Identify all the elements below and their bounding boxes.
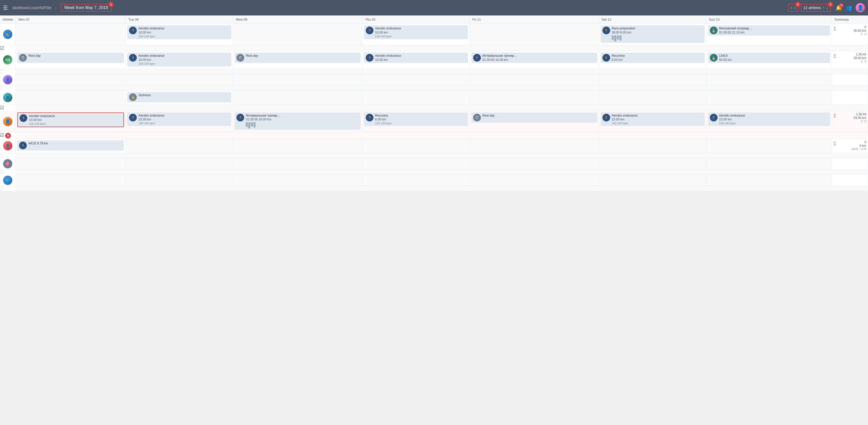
activity-content: Aerobic endurance 10.00 km 130-140 bpm xyxy=(29,114,122,125)
check-cell[interactable]: ☑ xyxy=(0,45,16,51)
uncheck-icon[interactable]: ☐ xyxy=(0,153,4,158)
day-cell[interactable]: 🗒 Rest day xyxy=(233,51,362,69)
athlete-cell: 👤 xyxy=(0,111,16,132)
day-cell[interactable]: 🏃 Aerobic endurance 15.00 km 130-140 bpm xyxy=(706,111,832,132)
day-cell[interactable]: 🏅 13414 56.00 km xyxy=(706,51,832,69)
schedule-table: Athlete Mon 07 Tue 08 Wed 09 Thu 10 Fri … xyxy=(0,16,868,191)
activity-card[interactable]: 🏃 Aerobic endurance 10.00 km 130-140 bpm xyxy=(601,112,705,126)
activity-card[interactable]: 🏃 Race preparation 36:00 6.00 km xyxy=(601,25,705,43)
check-cell[interactable]: ☑ xyxy=(0,105,16,111)
col-sat: Sat 12 xyxy=(599,16,706,24)
menu-icon[interactable]: ☰ xyxy=(3,5,8,11)
activity-card[interactable]: 🏃 Aerobic endurance 10.00 km 130-140 bpm xyxy=(127,112,231,126)
athlete-avatar[interactable]: 👤 xyxy=(3,75,12,84)
summary-top-right: 1:30:44 xyxy=(854,53,866,56)
activity-card[interactable]: 🗒 Rest day xyxy=(235,53,361,63)
athlete-avatar[interactable]: 👤 xyxy=(3,93,12,102)
day-cell[interactable]: 🏃 Интервальная трениp… 01:35:00 16.00 km xyxy=(469,51,599,69)
activity-title: Aerobic endurance xyxy=(719,114,828,118)
activity-icon: 🏃 xyxy=(129,27,137,34)
uncheck-icon[interactable]: ☐ xyxy=(0,69,4,74)
activity-dist: 10.00 km xyxy=(29,118,122,122)
check-cell[interactable]: ☐ xyxy=(0,153,16,158)
activity-card[interactable]: 🏃 Интервальная трениp… 01:35:00 16.00 km xyxy=(471,53,597,63)
activity-card[interactable]: 🏃 Aerobic endurance 10.00 km 130-140 bpm xyxy=(127,53,231,66)
uncheck-icon[interactable]: ☐ xyxy=(0,187,4,191)
avatar[interactable]: 👤 xyxy=(856,3,865,12)
activity-content: Sickness xyxy=(138,93,229,97)
activity-card[interactable]: 🏃 Интервальная трениp… 01:35:00 16.00 km xyxy=(235,112,361,130)
check-cell[interactable]: ☐ xyxy=(0,186,16,191)
activity-card[interactable]: 🏃 Recovery 8.00 km xyxy=(601,53,705,63)
check-cell[interactable]: ☐ xyxy=(0,85,16,90)
day-cell[interactable]: 🗒 Rest day xyxy=(469,111,599,132)
day-cell[interactable]: 🔒 Sickness xyxy=(126,90,233,105)
athlete-cell: 👤 xyxy=(0,74,16,86)
activity-card[interactable]: 🏅 Московский полумар… 01:30:00 21.10 km xyxy=(708,25,830,36)
check-row: ☐ xyxy=(0,69,868,74)
sort-up-button[interactable]: ↑ xyxy=(823,5,825,10)
sort-down-button[interactable]: ↓ xyxy=(826,5,828,10)
uncheck-icon[interactable]: ☐ xyxy=(0,170,4,174)
summary-cell: Σ 0 26.00 km 0 0 xyxy=(832,24,868,46)
activity-icon: 🏃 xyxy=(237,114,244,121)
activity-card[interactable]: 🏃 Aerobic endurance 10.00 km 130-140 bpm xyxy=(127,25,231,39)
athlete-avatar[interactable]: 🎯 xyxy=(3,159,12,168)
athlete-avatar[interactable]: TU1 xyxy=(3,55,12,64)
check-cell[interactable]: ☐ xyxy=(0,69,16,74)
activity-card[interactable]: 🏃 Aerobic endurance 10.00 km 130-140 bpm xyxy=(17,112,124,128)
users-icon[interactable]: 👥 xyxy=(845,5,852,11)
day-cell[interactable]: 🏅 Московский полумар… 01:30:00 21.10 km xyxy=(706,24,832,46)
activity-card[interactable]: 🏃 44:02 9.79 km xyxy=(17,140,124,151)
day-cell[interactable]: 🏃 Интервальная трениp… 01:35:00 16.00 km xyxy=(233,111,362,132)
activity-icon: 🏃 xyxy=(473,54,481,62)
activity-title: 44:02 9.79 km xyxy=(28,142,122,146)
check-cell[interactable]: ☐ xyxy=(0,169,16,175)
check-icon[interactable]: ☑ xyxy=(0,133,4,138)
summary-bot-right: 0 km xyxy=(860,144,866,147)
notifications-bell[interactable]: 🔔 75 xyxy=(836,5,842,11)
activity-dist: 8.00 km xyxy=(375,118,466,121)
badge-5: 5 xyxy=(5,133,11,139)
activity-card[interactable]: 🗒 Rest day xyxy=(17,53,124,63)
check-icon[interactable]: ☑ xyxy=(0,46,4,51)
check-row: ☐ xyxy=(0,153,868,158)
activity-card[interactable]: 🔒 Sickness xyxy=(127,92,231,103)
activity-card[interactable]: 🏃 Aerobic endurance 15.00 km 130-140 bpm xyxy=(708,112,830,126)
activity-dist: 10.00 km xyxy=(138,31,229,34)
check-icon[interactable]: ☑ xyxy=(0,105,4,110)
athlete-avatar[interactable]: 🐦 xyxy=(3,176,12,185)
activity-bpm: 130-140 bpm xyxy=(375,35,466,38)
table-row: 🏊 🏃 Aerobic endurance 10.00 km 130-140 b… xyxy=(0,24,868,46)
col-athlete: Athlete xyxy=(0,16,16,24)
day-cell[interactable]: 🏃 Race preparation 36:00 6.00 km xyxy=(599,24,706,46)
day-cell[interactable]: 🏃 Aerobic endurance 10.00 km 130-140 bpm xyxy=(126,51,233,69)
day-cell[interactable]: 🏃 Aerobic endurance 10.00 km 130-140 bpm xyxy=(362,24,470,46)
day-cell[interactable]: 🏃 Aerobic endurance 10.00 km 130-140 bpm xyxy=(126,111,233,132)
check-cell[interactable]: ☑5 xyxy=(0,132,16,139)
day-cell[interactable]: 🏃 44:02 9.79 km xyxy=(16,139,126,153)
athlete-avatar[interactable]: 👤 xyxy=(3,141,12,150)
day-cell[interactable]: 🏃 Aerobic endurance 10.00 km 130-140 bpm xyxy=(126,24,233,46)
activity-content: 44:02 9.79 km xyxy=(28,142,122,146)
athlete-avatar[interactable]: 🏊 xyxy=(3,30,12,39)
uncheck-icon[interactable]: ☐ xyxy=(0,86,4,90)
activity-card[interactable]: 🏃 Aerobic endurance 10.00 km xyxy=(364,53,468,63)
day-cell[interactable]: 🏃 Recovery 8.00 km 125-135 bpm xyxy=(362,111,470,132)
activity-card[interactable]: 🏃 Recovery 8.00 km 125-135 bpm xyxy=(364,112,468,126)
day-cell[interactable]: 🏃 Recovery 8.00 km xyxy=(599,51,706,69)
nav-next-button[interactable]: › xyxy=(794,5,796,10)
athlete-avatar[interactable]: 👤 xyxy=(3,117,12,126)
day-cell[interactable]: 🏃 Aerobic endurance 10.00 km 130-140 bpm xyxy=(599,111,706,132)
day-cell[interactable]: 🗒 Rest day xyxy=(16,51,126,69)
activity-card[interactable]: 🏅 13414 56.00 km xyxy=(708,53,830,63)
activity-card[interactable]: 🏃 Aerobic endurance 10.00 km 130-140 bpm xyxy=(364,25,468,39)
activity-title: Aerobic endurance xyxy=(612,114,703,118)
activity-card[interactable]: 🗒 Rest day xyxy=(471,112,597,123)
nav-prev-button[interactable]: ‹ xyxy=(791,5,792,10)
day-cell[interactable]: 🏃 Aerobic endurance 10.00 km 130-140 bpm xyxy=(16,111,126,132)
check-row: ☐ xyxy=(0,169,868,175)
activity-content: Интервальная трениp… 01:35:00 16.00 km xyxy=(246,114,359,129)
day-cell xyxy=(16,158,126,170)
day-cell[interactable]: 🏃 Aerobic endurance 10.00 km xyxy=(362,51,470,69)
